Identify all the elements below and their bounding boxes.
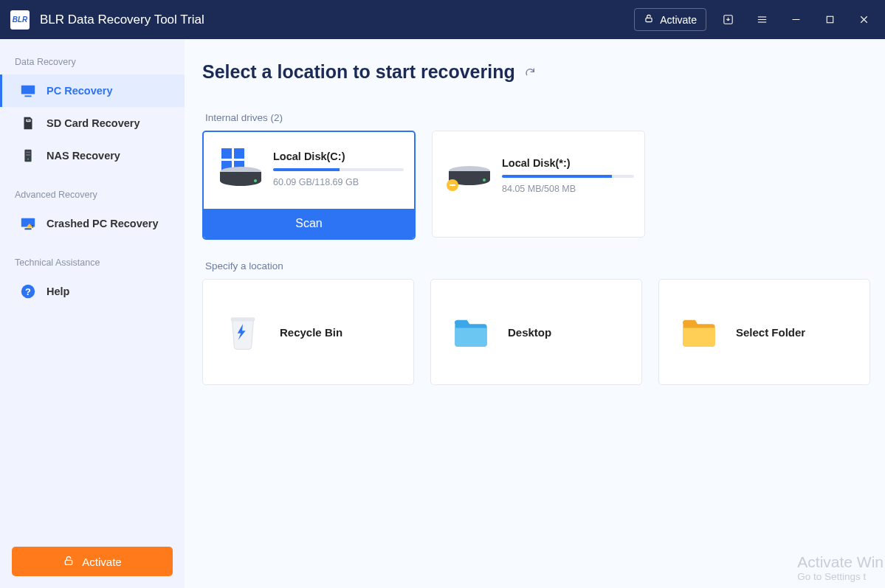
drive-usage-bar <box>502 175 634 178</box>
sidebar-item-label: SD Card Recovery <box>47 117 140 129</box>
svg-rect-15 <box>26 154 30 156</box>
menu-icon[interactable] <box>749 7 774 32</box>
svg-rect-14 <box>26 152 30 153</box>
svg-rect-33 <box>450 184 455 186</box>
drive-card-star[interactable]: Local Disk(*:) 84.05 MB/508 MB <box>432 131 645 238</box>
svg-rect-10 <box>24 95 31 97</box>
watermark-line2: Go to Settings t <box>797 571 884 582</box>
svg-rect-23 <box>66 560 72 564</box>
location-select-folder[interactable]: Select Folder <box>658 279 870 385</box>
sidebar-item-label: NAS Recovery <box>47 150 120 162</box>
lock-icon <box>63 555 75 569</box>
svg-rect-18 <box>24 228 31 229</box>
watermark-line1: Activate Win <box>797 553 884 571</box>
minimize-icon[interactable] <box>783 7 808 32</box>
specify-location-label: Specify a location <box>202 260 870 271</box>
drive-card-c[interactable]: Local Disk(C:) 60.09 GB/118.69 GB Scan <box>202 131 416 240</box>
activate-button-label: Activate <box>82 556 121 568</box>
drive-usage-text: 60.09 GB/118.69 GB <box>273 177 404 187</box>
help-icon: ? <box>20 283 36 300</box>
drive-warning-icon <box>444 155 495 196</box>
page-title-text: Select a location to start recovering <box>202 61 515 83</box>
location-desktop[interactable]: Desktop <box>430 279 642 385</box>
sidebar-section-advanced: Advanced Recovery <box>0 185 185 207</box>
sidebar-item-help[interactable]: ? Help <box>0 275 185 308</box>
svg-point-27 <box>254 179 257 182</box>
nas-icon <box>20 148 36 164</box>
sidebar-item-sd-recovery[interactable]: SD SD Card Recovery <box>0 107 185 139</box>
location-label: Recycle Bin <box>280 326 342 339</box>
svg-text:SD: SD <box>27 119 30 122</box>
crashed-pc-icon <box>20 215 36 232</box>
location-recycle-bin[interactable]: Recycle Bin <box>202 279 414 385</box>
titlebar-activate-label: Activate <box>660 14 697 26</box>
location-label: Select Folder <box>736 326 805 339</box>
sidebar-section-data-recovery: Data Recovery <box>0 52 185 75</box>
close-icon[interactable] <box>851 7 876 32</box>
svg-rect-9 <box>21 86 35 94</box>
recycle-bin-icon <box>221 310 265 354</box>
svg-text:?: ? <box>25 286 31 297</box>
maximize-icon[interactable] <box>817 7 842 32</box>
svg-rect-6 <box>827 16 833 23</box>
page-title: Select a location to start recovering <box>202 61 870 83</box>
drive-name: Local Disk(*:) <box>502 157 634 169</box>
refresh-icon[interactable] <box>524 66 536 78</box>
desktop-folder-icon <box>449 310 493 354</box>
app-title: BLR Data Recovery Tool Trial <box>40 13 634 27</box>
drive-usage-bar <box>273 168 404 171</box>
update-icon[interactable] <box>715 7 740 32</box>
titlebar: BLR BLR Data Recovery Tool Trial Activat… <box>0 0 885 39</box>
lock-icon <box>644 13 654 26</box>
sidebar-item-nas-recovery[interactable]: NAS Recovery <box>0 139 185 172</box>
sidebar-item-crashed-pc[interactable]: Crashed PC Recovery <box>0 207 185 240</box>
svg-rect-19 <box>32 225 33 226</box>
monitor-icon <box>20 83 36 99</box>
sd-card-icon: SD <box>20 115 36 131</box>
sidebar: Data Recovery PC Recovery SD SD Card Rec… <box>0 39 185 588</box>
windows-activation-watermark: Activate Win Go to Settings t <box>797 553 884 582</box>
sidebar-activate-button[interactable]: Activate <box>12 547 173 576</box>
svg-point-16 <box>27 159 29 160</box>
scan-button[interactable]: Scan <box>204 209 414 238</box>
svg-rect-0 <box>646 18 652 21</box>
svg-point-31 <box>483 179 486 181</box>
svg-rect-20 <box>32 227 33 228</box>
folder-icon <box>677 310 721 354</box>
titlebar-activate-button[interactable]: Activate <box>634 8 706 31</box>
main-content: Select a location to start recovering In… <box>185 39 885 588</box>
app-logo: BLR <box>10 10 30 30</box>
drive-name: Local Disk(C:) <box>273 151 404 162</box>
location-label: Desktop <box>508 326 551 339</box>
sidebar-section-tech: Technical Assistance <box>0 253 185 275</box>
windows-drive-icon <box>216 148 266 190</box>
sidebar-item-label: Crashed PC Recovery <box>47 218 159 229</box>
svg-rect-34 <box>231 317 255 321</box>
sidebar-item-label: Help <box>47 286 69 297</box>
drive-usage-text: 84.05 MB/508 MB <box>502 184 634 194</box>
sidebar-item-pc-recovery[interactable]: PC Recovery <box>0 75 185 107</box>
sidebar-item-label: PC Recovery <box>47 85 112 97</box>
internal-drives-label: Internal drives (2) <box>202 112 870 123</box>
